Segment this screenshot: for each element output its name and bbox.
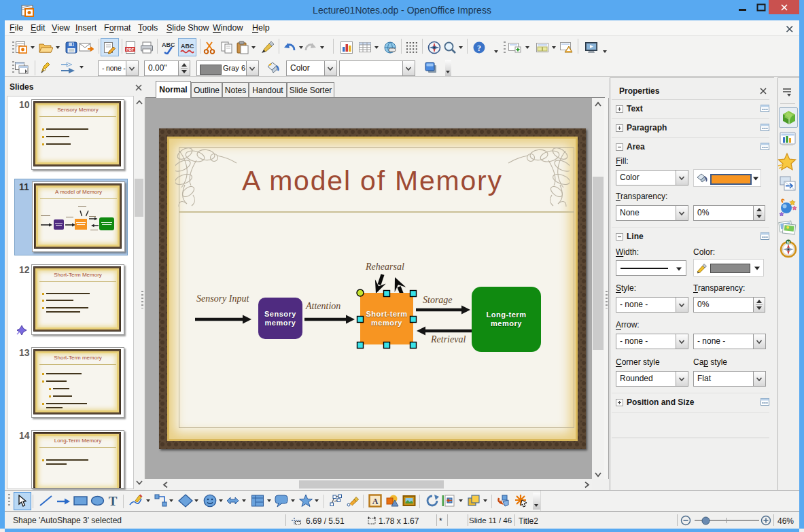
svg-text:PDF: PDF	[126, 48, 135, 52]
svg-text:ABC: ABC	[162, 41, 175, 48]
svg-text:A: A	[372, 497, 379, 506]
svg-text:N: N	[787, 241, 790, 245]
svg-text:ABC: ABC	[181, 43, 194, 50]
svg-text:T: T	[109, 494, 118, 508]
svg-text:?: ?	[477, 43, 481, 53]
